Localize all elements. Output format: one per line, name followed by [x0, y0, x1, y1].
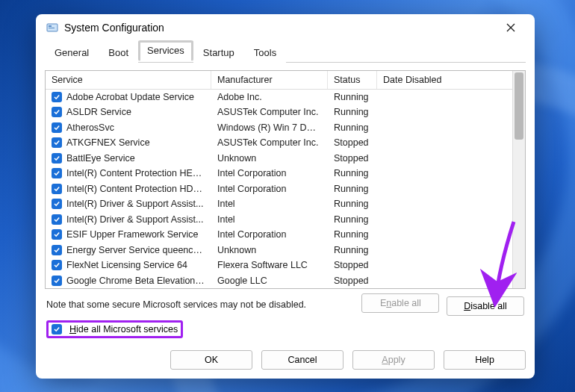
- hide-ms-services-highlight: Hide all Microsoft services: [46, 320, 183, 338]
- service-status: Stopped: [328, 276, 377, 286]
- service-checkbox[interactable]: [52, 92, 62, 102]
- services-listbox: Service Manufacturer Status Date Disable…: [45, 70, 526, 290]
- table-row[interactable]: ASLDR ServiceASUSTek Computer Inc.Runnin…: [46, 105, 512, 120]
- help-button[interactable]: Help: [444, 350, 526, 370]
- service-checkbox[interactable]: [52, 122, 62, 133]
- service-checkbox[interactable]: [52, 214, 62, 225]
- table-row[interactable]: Energy Server Service queencreekUnknownR…: [46, 243, 512, 258]
- service-checkbox[interactable]: [52, 229, 62, 240]
- service-manufacturer: Adobe Inc.: [211, 92, 328, 102]
- tab-general[interactable]: General: [45, 42, 99, 63]
- tab-startup[interactable]: Startup: [193, 42, 244, 63]
- service-manufacturer: ASUSTek Computer Inc.: [211, 137, 328, 148]
- col-service[interactable]: Service: [46, 71, 211, 89]
- service-name: Intel(R) Driver & Support Assist...: [66, 214, 203, 225]
- service-status: Running: [328, 107, 377, 117]
- service-manufacturer: Unknown: [211, 245, 328, 255]
- service-status: Running: [328, 168, 377, 178]
- table-row[interactable]: ATKGFNEX ServiceASUSTek Computer Inc.Sto…: [46, 135, 512, 151]
- service-checkbox[interactable]: [52, 107, 62, 117]
- service-checkbox[interactable]: [52, 137, 62, 148]
- col-status[interactable]: Status: [328, 71, 377, 89]
- service-name: ASLDR Service: [66, 107, 131, 117]
- hide-ms-label: Hide all Microsoft services: [69, 324, 178, 335]
- service-status: Stopped: [328, 137, 377, 148]
- col-manufacturer[interactable]: Manufacturer: [211, 71, 328, 89]
- service-status: Running: [328, 122, 377, 133]
- service-status: Running: [328, 184, 377, 194]
- service-name: Energy Server Service queencreek: [66, 245, 205, 255]
- system-configuration-dialog: System Configuration General Boot Servic…: [36, 14, 535, 379]
- table-row[interactable]: Intel(R) Driver & Support Assist...Intel…: [46, 196, 512, 212]
- service-checkbox[interactable]: [52, 245, 62, 255]
- service-name: FlexNet Licensing Service 64: [66, 260, 187, 270]
- dialog-buttons: OK Cancel Apply Help: [36, 344, 535, 379]
- service-status: Running: [328, 214, 377, 225]
- service-checkbox[interactable]: [52, 260, 62, 270]
- service-name: ATKGFNEX Service: [66, 137, 150, 148]
- col-date-disabled[interactable]: Date Disabled: [377, 71, 512, 89]
- service-name: AtherosSvc: [66, 122, 114, 133]
- enable-all-button[interactable]: Enable all: [361, 293, 439, 313]
- service-checkbox[interactable]: [52, 153, 62, 164]
- service-name: Intel(R) Content Protection HDC...: [66, 184, 205, 194]
- tab-services[interactable]: Services: [138, 40, 193, 61]
- note-text: Note that some secure Microsoft services…: [46, 299, 306, 310]
- svg-rect-2: [49, 28, 55, 28]
- hide-ms-checkbox[interactable]: [52, 324, 62, 335]
- table-row[interactable]: Intel(R) Content Protection HECI...Intel…: [46, 166, 512, 181]
- service-name: Intel(R) Driver & Support Assist...: [66, 199, 203, 209]
- service-manufacturer: Intel: [211, 199, 328, 209]
- service-manufacturer: Intel Corporation: [211, 229, 328, 240]
- cancel-button[interactable]: Cancel: [261, 350, 344, 370]
- service-manufacturer: Intel: [211, 214, 328, 225]
- titlebar: System Configuration: [36, 14, 535, 41]
- service-manufacturer: Intel Corporation: [211, 168, 328, 178]
- service-checkbox[interactable]: [52, 199, 62, 209]
- apply-button[interactable]: Apply: [352, 350, 435, 370]
- service-manufacturer: Flexera Software LLC: [211, 260, 328, 270]
- table-row[interactable]: Intel(R) Driver & Support Assist...Intel…: [46, 212, 512, 228]
- service-checkbox[interactable]: [52, 168, 62, 178]
- app-icon: [46, 22, 58, 34]
- close-icon[interactable]: [497, 16, 524, 39]
- table-row[interactable]: Intel(R) Content Protection HDC...Intel …: [46, 181, 512, 197]
- service-manufacturer: Intel Corporation: [211, 184, 328, 194]
- disable-all-button[interactable]: Disable all: [447, 296, 524, 316]
- service-manufacturer: ASUSTek Computer Inc.: [211, 107, 328, 117]
- table-row[interactable]: AtherosSvcWindows (R) Win 7 DDK p...Runn…: [46, 120, 512, 136]
- service-name: BattlEye Service: [66, 153, 135, 164]
- tab-tools[interactable]: Tools: [244, 42, 286, 63]
- column-headers: Service Manufacturer Status Date Disable…: [46, 71, 512, 90]
- service-checkbox[interactable]: [52, 184, 62, 194]
- table-row[interactable]: ESIF Upper Framework ServiceIntel Corpor…: [46, 227, 512, 243]
- tab-row: General Boot Services Startup Tools: [45, 41, 526, 63]
- service-name: Intel(R) Content Protection HECI...: [66, 168, 205, 178]
- table-row[interactable]: BattlEye ServiceUnknownStopped: [46, 151, 512, 167]
- ok-button[interactable]: OK: [170, 350, 252, 370]
- service-manufacturer: Windows (R) Win 7 DDK p...: [211, 122, 328, 133]
- service-status: Running: [328, 199, 377, 209]
- service-manufacturer: Unknown: [211, 153, 328, 164]
- service-name: Adobe Acrobat Update Service: [66, 92, 194, 102]
- service-status: Stopped: [328, 153, 377, 164]
- service-name: Google Chrome Beta Elevation S...: [66, 276, 205, 286]
- service-status: Running: [328, 92, 377, 102]
- service-name: ESIF Upper Framework Service: [66, 229, 198, 240]
- table-row[interactable]: Adobe Acrobat Update ServiceAdobe Inc.Ru…: [46, 90, 512, 105]
- vertical-scrollbar[interactable]: [512, 71, 525, 289]
- svg-rect-1: [49, 25, 52, 27]
- service-checkbox[interactable]: [52, 276, 62, 286]
- service-status: Stopped: [328, 260, 377, 270]
- service-status: Running: [328, 245, 377, 255]
- tab-boot[interactable]: Boot: [99, 42, 138, 63]
- service-manufacturer: Google LLC: [211, 276, 328, 286]
- table-row[interactable]: Google Chrome Beta Elevation S...Google …: [46, 273, 512, 289]
- table-row[interactable]: FlexNet Licensing Service 64Flexera Soft…: [46, 258, 512, 273]
- window-title: System Configuration: [64, 22, 497, 34]
- service-status: Running: [328, 229, 377, 240]
- scrollbar-thumb[interactable]: [515, 72, 523, 140]
